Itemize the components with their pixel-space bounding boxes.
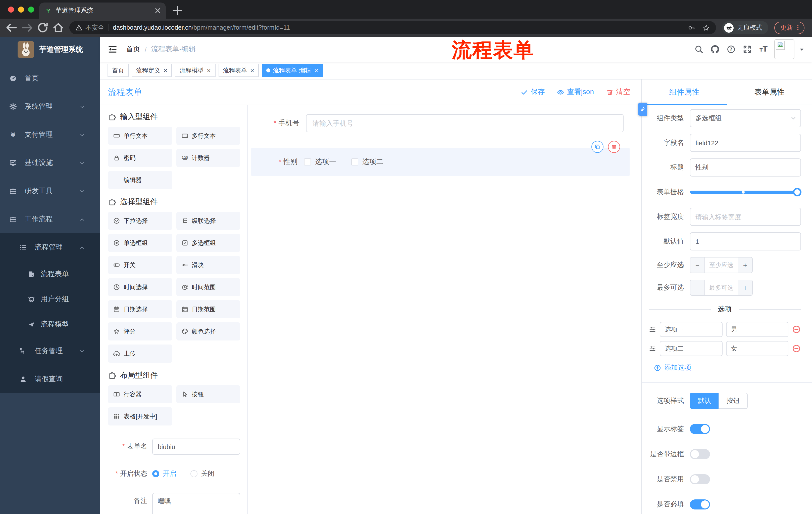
stepper-increase-button[interactable]: +: [737, 280, 752, 295]
search-button[interactable]: [691, 41, 707, 57]
copy-component-button[interactable]: [591, 141, 604, 153]
palette-item-评分[interactable]: 评分: [108, 322, 172, 341]
palette-item-日期选择[interactable]: 日期选择: [108, 300, 172, 318]
style-button-button[interactable]: 按钮: [719, 393, 748, 409]
status-radio-on[interactable]: 开启: [152, 466, 176, 482]
style-default-button[interactable]: 默认: [690, 393, 719, 409]
palette-item-级联选择[interactable]: 级联选择: [176, 212, 240, 230]
palette-item-表格[开发中][interactable]: 表格[开发中]: [108, 407, 172, 426]
palette-item-下拉选择[interactable]: 下拉选择: [108, 212, 172, 230]
canvas-field-phone[interactable]: 手机号: [251, 114, 624, 132]
palette-item-计数器[interactable]: 123计数器: [176, 149, 240, 167]
palette-item-单选框组[interactable]: 单选框组: [108, 234, 172, 252]
form-grid-slider[interactable]: [690, 183, 801, 201]
browser-tab[interactable]: 芋道管理系统: [39, 2, 166, 19]
reload-icon[interactable]: [36, 21, 49, 34]
max-checked-input[interactable]: 最多可选: [705, 280, 737, 295]
close-icon[interactable]: ✕: [207, 67, 211, 73]
phone-input[interactable]: [306, 114, 624, 132]
stepper-decrease-button[interactable]: −: [690, 280, 705, 295]
stepper-decrease-button[interactable]: −: [690, 258, 705, 273]
palette-item-开关[interactable]: 开关: [108, 256, 172, 274]
browser-update-button[interactable]: 更新: [774, 21, 805, 34]
close-icon[interactable]: ✕: [250, 67, 255, 73]
avatar-menu-caret[interactable]: [799, 46, 805, 52]
close-icon[interactable]: ✕: [163, 67, 168, 73]
url-bar[interactable]: 不安全 dashboard.yudao.iocoder.cn /bpm/mana…: [69, 21, 716, 34]
palette-item-时间选择[interactable]: 时间选择: [108, 278, 172, 296]
checkbox-选项一[interactable]: 选项一: [304, 157, 336, 166]
toggle-是否禁用[interactable]: [690, 474, 710, 484]
palette-item-按钮[interactable]: 按钮: [176, 385, 240, 403]
form-name-input[interactable]: [152, 438, 240, 455]
back-icon[interactable]: [5, 21, 18, 34]
tag-流程模型[interactable]: 流程模型✕: [175, 64, 215, 77]
default-value-input[interactable]: [690, 232, 801, 250]
breadcrumb-home[interactable]: 首页: [126, 45, 140, 54]
form-remark-textarea[interactable]: 嘿嘿: [152, 493, 240, 514]
title-input[interactable]: [690, 158, 801, 177]
field-name-input[interactable]: [690, 134, 801, 152]
label-width-input[interactable]: [690, 208, 801, 226]
sidebar-toggle-icon[interactable]: [108, 44, 118, 54]
option-value-input[interactable]: [726, 341, 788, 356]
option-value-input[interactable]: [726, 322, 788, 337]
toggle-显示标签[interactable]: [690, 424, 710, 434]
stepper-increase-button[interactable]: +: [737, 258, 752, 273]
security-label[interactable]: 不安全: [85, 23, 104, 32]
sidebar-item-流程管理[interactable]: 流程管理: [0, 233, 100, 262]
fullscreen-button[interactable]: [739, 41, 755, 57]
remove-option-button[interactable]: [792, 325, 801, 334]
palette-item-编辑器[interactable]: 编辑器: [108, 171, 172, 189]
sidebar-item-用户分组[interactable]: 用户分组: [0, 287, 100, 312]
palette-item-多行文本[interactable]: 多行文本: [176, 127, 240, 145]
palette-item-密码[interactable]: 密码: [108, 149, 172, 167]
toggle-是否带边框[interactable]: [690, 449, 710, 459]
drag-handle-icon[interactable]: [649, 326, 656, 333]
option-name-input[interactable]: [660, 322, 722, 337]
panel-link-tab[interactable]: [638, 103, 647, 116]
status-radio-off[interactable]: 关闭: [191, 466, 214, 482]
slider-track[interactable]: [690, 191, 801, 194]
github-button[interactable]: [707, 41, 723, 57]
sidebar-item-基础设施[interactable]: 基础设施: [0, 149, 100, 177]
minimize-window-button[interactable]: [18, 6, 24, 12]
palette-item-颜色选择[interactable]: 颜色选择: [176, 322, 240, 341]
tag-流程表单-编辑[interactable]: 流程表单-编辑✕: [262, 64, 323, 77]
save-button[interactable]: 保存: [521, 87, 545, 97]
close-icon[interactable]: ✕: [314, 67, 318, 73]
close-window-button[interactable]: [8, 6, 14, 12]
sidebar-item-任务管理[interactable]: 任务管理: [0, 337, 100, 365]
tag-首页[interactable]: 首页: [108, 64, 128, 77]
min-checked-input[interactable]: 至少应选: [705, 258, 737, 273]
palette-item-滑块[interactable]: 滑块: [176, 256, 240, 274]
tab-form-props[interactable]: 表单属性: [727, 79, 812, 105]
checkbox-unchecked-icon[interactable]: [351, 158, 358, 165]
sidebar-item-支付管理[interactable]: ¥支付管理: [0, 121, 100, 149]
new-tab-button[interactable]: [171, 4, 184, 17]
tag-流程定义[interactable]: 流程定义✕: [132, 64, 172, 77]
sidebar-item-首页[interactable]: 首页: [0, 64, 100, 92]
palette-item-时间范围[interactable]: 时间范围: [176, 278, 240, 296]
sidebar-item-系统管理[interactable]: 系统管理: [0, 92, 100, 121]
palette-item-行容器[interactable]: 行容器: [108, 385, 172, 403]
key-icon[interactable]: [688, 24, 695, 31]
canvas-field-gender-selected[interactable]: 性别 选项一选项二: [251, 148, 630, 176]
remove-option-button[interactable]: [792, 344, 801, 353]
maximize-window-button[interactable]: [28, 6, 34, 12]
drag-handle-icon[interactable]: [649, 345, 656, 352]
text-size-button[interactable]: TT: [755, 41, 771, 57]
palette-item-多选框组[interactable]: 多选框组: [176, 234, 240, 252]
palette-item-单行文本[interactable]: 单行文本: [108, 127, 172, 145]
tag-流程表单[interactable]: 流程表单✕: [219, 64, 259, 77]
bookmark-star-icon[interactable]: [702, 24, 710, 31]
sidebar-item-工作流程[interactable]: 工作流程: [0, 205, 100, 233]
close-tab-icon[interactable]: [154, 6, 162, 15]
clear-button[interactable]: 清空: [606, 87, 630, 97]
delete-component-button[interactable]: [608, 141, 620, 153]
sidebar-item-研发工具[interactable]: 研发工具: [0, 177, 100, 205]
component-type-select[interactable]: [690, 109, 801, 127]
home-icon[interactable]: [52, 21, 65, 34]
more-vertical-icon[interactable]: [794, 24, 802, 31]
sidebar-item-流程模型[interactable]: 流程模型: [0, 312, 100, 337]
